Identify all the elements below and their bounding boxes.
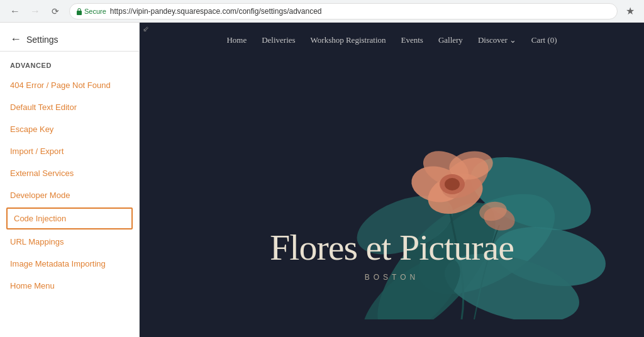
nav-discover[interactable]: Discover ⌄ [478,35,516,45]
app-body: ← Settings ADVANCED 404 Error / Page Not… [0,23,644,337]
sidebar: ← Settings ADVANCED 404 Error / Page Not… [0,23,140,337]
hero-subtitle: BOSTON [270,273,514,282]
sidebar-item-url-mappings[interactable]: URL Mappings [0,231,139,253]
back-to-settings-button[interactable]: ← [10,33,21,46]
hero-title: Flores et Picturae [270,228,514,268]
hero-section: Flores et Picturae BOSTON [140,55,644,319]
lock-icon [76,8,82,15]
nav-cart[interactable]: Cart (0) [531,35,557,45]
resize-handle[interactable]: ⇙ [140,23,152,35]
sidebar-item-home-menu[interactable]: Home Menu [0,275,139,297]
bookmark-button[interactable]: ★ [623,4,638,19]
nav-buttons: ← → ⟳ [6,3,64,20]
settings-label: Settings [26,35,58,45]
sidebar-item-404-error[interactable]: 404 Error / Page Not Found [0,74,139,96]
chevron-down-icon: ⌄ [509,35,516,45]
hero-text-block: Flores et Picturae BOSTON [270,228,514,282]
browser-chrome: ← → ⟳ Secure https://vipin-pandey.square… [0,0,644,23]
sidebar-header: ← Settings [0,23,139,51]
sidebar-item-image-metadata-importing[interactable]: Image Metadata Importing [0,253,139,275]
sidebar-item-external-services[interactable]: External Services [0,162,139,184]
flower-illustration [311,68,613,319]
website-preview: ⇙ Home Deliveries Workshop Registration … [140,23,644,337]
nav-deliveries[interactable]: Deliveries [262,35,295,45]
back-button[interactable]: ← [6,3,24,20]
sidebar-item-import-export[interactable]: Import / Export [0,140,139,162]
reload-button[interactable]: ⟳ [47,3,64,20]
address-bar[interactable]: Secure https://vipin-pandey.squarespace.… [69,3,618,19]
url-text: https://vipin-pandey.squarespace.com/con… [110,7,611,16]
nav-workshop-registration[interactable]: Workshop Registration [311,35,386,45]
sidebar-item-default-text-editor[interactable]: Default Text Editor [0,96,139,118]
nav-home[interactable]: Home [226,35,247,45]
sidebar-item-code-injection[interactable]: Code Injection [6,207,133,229]
svg-point-12 [445,178,460,191]
website-nav: Home Deliveries Workshop Registration Ev… [140,23,644,55]
secure-badge: Secure [76,8,106,15]
nav-events[interactable]: Events [401,35,423,45]
svg-rect-0 [77,11,82,15]
nav-gallery[interactable]: Gallery [438,35,463,45]
sidebar-item-developer-mode[interactable]: Developer Mode [0,184,139,206]
sidebar-item-escape-key[interactable]: Escape Key [0,118,139,140]
forward-button[interactable]: → [26,3,44,20]
divider [0,51,139,52]
secure-label: Secure [84,8,106,15]
section-title: ADVANCED [0,54,139,74]
